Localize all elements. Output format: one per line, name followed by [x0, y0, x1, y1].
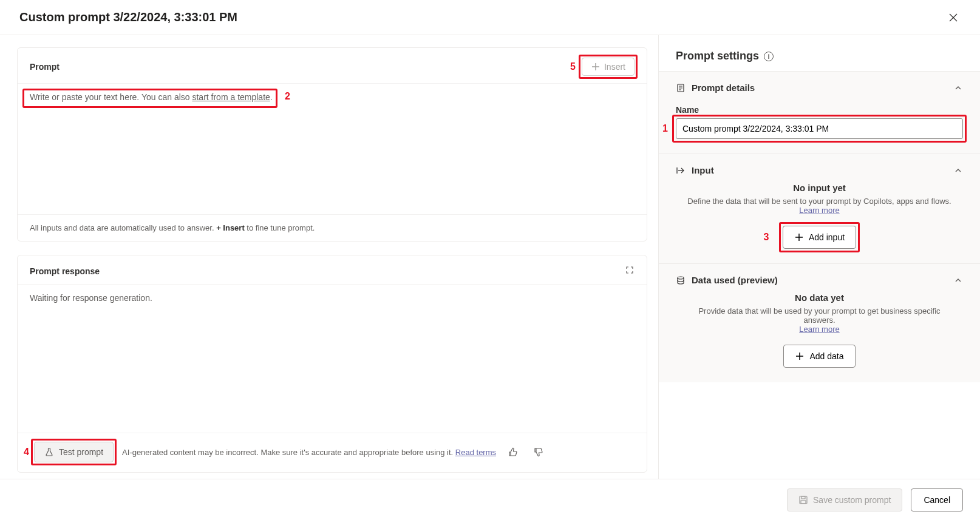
cancel-button[interactable]: Cancel: [911, 488, 963, 512]
response-body: Waiting for response generation.: [18, 285, 647, 433]
save-label: Save custom prompt: [813, 495, 891, 505]
add-data-button[interactable]: Add data: [783, 345, 855, 368]
annotation-1: 1: [662, 123, 668, 134]
save-button[interactable]: Save custom prompt: [787, 488, 902, 512]
response-title: Prompt response: [30, 266, 100, 276]
section-input: Input No input yet Define the data that …: [659, 154, 980, 263]
read-terms-link[interactable]: Read terms: [455, 448, 496, 457]
svg-rect-15: [801, 496, 805, 499]
close-button[interactable]: [944, 8, 963, 27]
section-prompt-details: Prompt details Name 1: [659, 71, 980, 154]
test-prompt-label: Test prompt: [59, 447, 103, 457]
dialog-title: Custom prompt 3/22/2024, 3:33:01 PM: [19, 10, 237, 24]
dialog-footer: Save custom prompt Cancel: [0, 479, 980, 520]
prompt-title: Prompt: [30, 62, 60, 72]
add-data-label: Add data: [809, 351, 843, 361]
svg-point-11: [678, 277, 684, 279]
beaker-icon: [44, 447, 54, 457]
prompt-placeholder-prefix: Write or paste your text here. You can a…: [30, 92, 192, 102]
add-input-label: Add input: [809, 232, 845, 242]
prompt-placeholder-suffix: .: [270, 92, 273, 102]
test-prompt-button[interactable]: Test prompt: [34, 442, 114, 462]
thumbs-down-icon: [534, 447, 543, 457]
prompt-textarea[interactable]: Write or paste your text here. You can a…: [18, 84, 647, 214]
info-icon[interactable]: i: [764, 52, 774, 61]
chevron-up-icon: [953, 83, 963, 93]
input-icon: [676, 166, 686, 175]
expand-button[interactable]: [625, 265, 635, 277]
details-icon: [676, 83, 686, 93]
response-card: Prompt response Waiting for response gen…: [17, 255, 647, 473]
plus-icon: [794, 232, 804, 242]
add-input-button[interactable]: Add input: [783, 226, 856, 249]
data-learn-more-link[interactable]: Learn more: [799, 325, 839, 334]
ai-disclaimer: AI-generated content may be incorrect. M…: [122, 448, 496, 457]
settings-title: Prompt settings: [676, 50, 759, 62]
chevron-up-icon: [953, 275, 963, 285]
section-prompt-details-header[interactable]: Prompt details: [676, 83, 963, 93]
prompt-card: Prompt 5 Insert Write or paste your text…: [17, 47, 647, 241]
settings-panel: Prompt settings i Prompt details Name 1: [658, 35, 980, 479]
chevron-up-icon: [953, 166, 963, 175]
input-empty-title: No input yet: [676, 183, 963, 193]
plus-icon: [591, 62, 601, 72]
thumbs-up-icon: [508, 447, 518, 457]
data-empty-sub: Provide data that will be used by your p…: [676, 306, 963, 334]
section-input-header[interactable]: Input: [676, 165, 963, 175]
name-label: Name: [676, 105, 963, 115]
expand-icon: [625, 265, 635, 275]
annotation-5: 5: [570, 61, 576, 72]
thumbs-down-button[interactable]: [530, 444, 547, 461]
start-from-template-link[interactable]: start from a template: [192, 92, 270, 102]
close-icon: [948, 13, 958, 22]
section-data-used-header[interactable]: Data used (preview): [676, 275, 963, 285]
prompt-hint: All inputs and data are automatically us…: [18, 214, 647, 241]
insert-button[interactable]: Insert: [582, 58, 635, 76]
database-icon: [676, 275, 686, 285]
svg-rect-16: [801, 501, 806, 504]
input-learn-more-link[interactable]: Learn more: [799, 206, 839, 215]
insert-label: Insert: [604, 62, 625, 72]
section-data-used: Data used (preview) No data yet Provide …: [659, 263, 980, 382]
data-empty-title: No data yet: [676, 292, 963, 303]
annotation-4: 4: [24, 447, 29, 458]
dialog-header: Custom prompt 3/22/2024, 3:33:01 PM: [0, 0, 980, 35]
plus-icon: [795, 351, 805, 361]
annotation-3: 3: [764, 232, 769, 243]
name-input[interactable]: [676, 118, 963, 139]
input-empty-sub: Define the data that will be sent to you…: [676, 197, 963, 215]
thumbs-up-button[interactable]: [505, 444, 522, 461]
annotation-2: 2: [285, 91, 290, 102]
save-icon: [798, 495, 808, 505]
